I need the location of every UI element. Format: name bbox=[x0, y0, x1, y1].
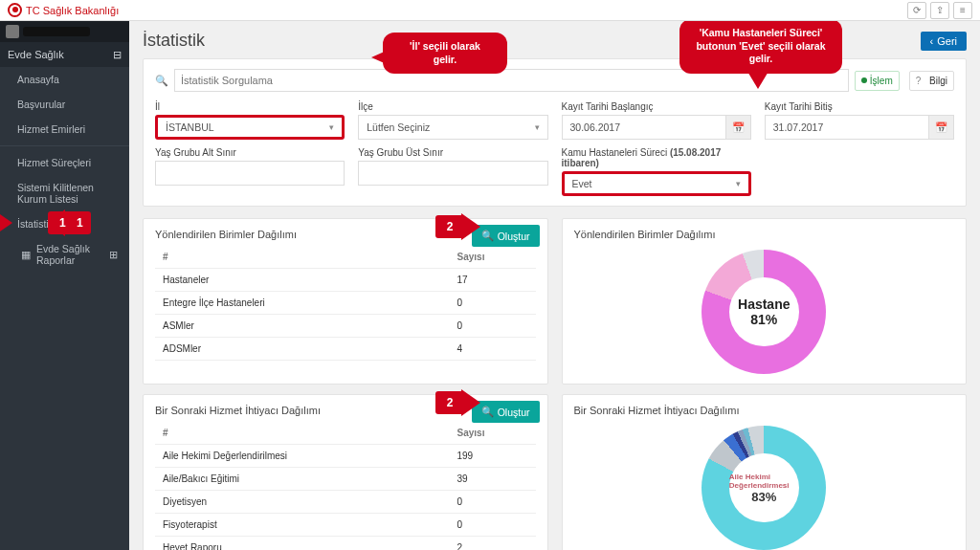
search-icon: 🔍 bbox=[481, 230, 494, 242]
label-ilce: İlçe bbox=[358, 101, 547, 112]
select-ilce[interactable]: Lütfen Seçiniz bbox=[358, 115, 547, 140]
calendar-icon: 📅 bbox=[725, 116, 750, 139]
cell: Fisyoterapist bbox=[155, 514, 450, 537]
table-row: ASMler0 bbox=[155, 315, 536, 338]
filter-panel: 'İl' seçili olarak gelir. 'Kamu Hastanel… bbox=[143, 58, 967, 207]
user-name-placeholder bbox=[23, 27, 90, 36]
cell: Heyet Raporu bbox=[155, 537, 450, 551]
table-row: Aile/Bakıcı Eğitimi39 bbox=[155, 468, 536, 491]
donut-label: Hastane bbox=[738, 297, 790, 312]
refresh-button[interactable]: ⟳ bbox=[907, 2, 926, 19]
card-bs-table: 2 Bir Sonraki Hizmet İhtiyacı Dağılımı 🔍… bbox=[143, 394, 548, 550]
cell: Diyetisyen bbox=[155, 491, 450, 514]
grid-icon: ▦ bbox=[21, 249, 31, 260]
label-yas-ust: Yaş Grubu Üst Sınır bbox=[358, 147, 547, 158]
date-baslangic[interactable]: 30.06.2017📅 bbox=[562, 115, 751, 140]
cell: Aile Hekimi Değerlendirilmesi bbox=[155, 445, 450, 468]
cell: 0 bbox=[450, 315, 536, 338]
sidebar-item-anasayfa[interactable]: Anasayfa bbox=[0, 67, 129, 92]
card-bs-chart: Bir Sonraki Hizmet İhtiyacı Dağılımı Ail… bbox=[562, 394, 968, 550]
table-row: Hastaneler17 bbox=[155, 269, 536, 292]
sidebar-item-basvurular[interactable]: Başvurular bbox=[0, 92, 129, 117]
avatar-icon bbox=[6, 25, 19, 38]
sidebar-module-label: Evde Sağlık bbox=[8, 49, 64, 60]
table-row: Entegre İlçe Hastaneleri0 bbox=[155, 292, 536, 315]
menu-button[interactable]: ≡ bbox=[953, 2, 972, 19]
col-sayisi: Sayısı bbox=[450, 246, 536, 269]
select-il[interactable]: İSTANBUL bbox=[155, 115, 345, 140]
input-yas-alt[interactable] bbox=[155, 161, 345, 186]
callout-il: 'İl' seçili olarak gelir. bbox=[383, 33, 507, 74]
sidebar-item-istatistikler[interactable]: İstatistikler 1 1 bbox=[0, 211, 129, 236]
sidebar-item-kilitlenen[interactable]: Sistemi Kilitlenen Kurum Listesi bbox=[0, 175, 129, 211]
donut-bs: Aile Hekimi Değerlendirmesi 83% bbox=[702, 426, 826, 550]
sidebar-separator bbox=[0, 145, 129, 146]
back-button[interactable]: ‹ Geri bbox=[921, 32, 967, 51]
marker-2: 2 bbox=[435, 391, 461, 414]
donut-pct: 81% bbox=[750, 312, 777, 327]
cell: 4 bbox=[450, 338, 536, 361]
card-title: Yönlendirilen Birimler Dağılımı bbox=[574, 229, 955, 240]
cell: 2 bbox=[450, 537, 536, 551]
olustur-button[interactable]: 🔍 Oluştur bbox=[472, 225, 540, 247]
tab-islem[interactable]: İşlem bbox=[855, 71, 900, 91]
sidebar-item-hizmet-surecleri[interactable]: Hizmet Süreçleri bbox=[0, 150, 129, 175]
sidebar-item-label: Evde Sağlık Raporlar bbox=[36, 243, 103, 266]
col-hash: # bbox=[155, 246, 450, 269]
back-label: Geri bbox=[937, 35, 957, 47]
col-hash: # bbox=[155, 422, 450, 445]
brand-text: TC Sağlık Bakanlığı bbox=[26, 5, 119, 16]
cell: Hastaneler bbox=[155, 269, 450, 292]
donut-pct: 83% bbox=[751, 490, 776, 504]
sidebar: Evde Sağlık ⊟ Anasayfa Başvurular Hizmet… bbox=[0, 21, 129, 550]
callout-kamu: 'Kamu Hastaneleri Süreci' butonun 'Evet'… bbox=[679, 21, 842, 74]
cell: 0 bbox=[450, 491, 536, 514]
label-kamu: Kamu Hastaneleri Süreci (15.08.2017 itib… bbox=[562, 147, 751, 168]
sidebar-item-hizmet-emirleri[interactable]: Hizmet Emirleri bbox=[0, 117, 129, 142]
label-yas-alt: Yaş Grubu Alt Sınır bbox=[155, 147, 345, 158]
card-yb-table: 2 Yönlendirilen Birimler Dağılımı 🔍 Oluş… bbox=[143, 218, 548, 385]
cell: Aile/Bakıcı Eğitimi bbox=[155, 468, 450, 491]
sidebar-item-raporlar[interactable]: ▦ Evde Sağlık Raporlar ⊞ bbox=[0, 236, 129, 273]
search-icon: 🔍 bbox=[481, 406, 494, 418]
input-yas-ust[interactable] bbox=[358, 161, 547, 186]
brand: TC Sağlık Bakanlığı bbox=[8, 3, 119, 17]
label-baslangic: Kayıt Tarihi Başlangıç bbox=[562, 101, 751, 112]
sidebar-user bbox=[0, 21, 129, 42]
expand-icon: ⊞ bbox=[109, 249, 118, 260]
bs-table: # Sayısı Aile Hekimi Değerlendirilmesi19… bbox=[155, 422, 536, 550]
table-row: Fisyoterapist0 bbox=[155, 514, 536, 537]
calendar-icon: 📅 bbox=[928, 116, 953, 139]
cell: 0 bbox=[450, 514, 536, 537]
topbar: TC Sağlık Bakanlığı ⟳ ⇪ ≡ bbox=[0, 0, 980, 21]
main: İstatistik ‹ Geri 'İl' seçili olarak gel… bbox=[129, 21, 980, 550]
chevron-left-icon: ‹ bbox=[930, 35, 934, 47]
cell: 199 bbox=[450, 445, 536, 468]
table-row: ADSMler4 bbox=[155, 338, 536, 361]
cell: ADSMler bbox=[155, 338, 450, 361]
card-yb-chart: Yönlendirilen Birimler Dağılımı Hastane … bbox=[562, 218, 968, 385]
label-bitis: Kayıt Tarihi Bitiş bbox=[765, 101, 954, 112]
table-row: Aile Hekimi Değerlendirilmesi199 bbox=[155, 445, 536, 468]
sidebar-module-head[interactable]: Evde Sağlık ⊟ bbox=[0, 42, 129, 67]
cell: ASMler bbox=[155, 315, 450, 338]
table-row: Heyet Raporu2 bbox=[155, 537, 536, 551]
export-button[interactable]: ⇪ bbox=[930, 2, 949, 19]
tab-bilgi[interactable]: ? Bilgi bbox=[909, 71, 954, 91]
collapse-icon[interactable]: ⊟ bbox=[113, 49, 122, 61]
select-kamu[interactable]: Evet bbox=[562, 171, 751, 196]
olustur-button[interactable]: 🔍 Oluştur bbox=[472, 401, 540, 423]
cell: 39 bbox=[450, 468, 536, 491]
logo-icon bbox=[8, 3, 22, 17]
yb-table: # Sayısı Hastaneler17Entegre İlçe Hastan… bbox=[155, 246, 536, 361]
donut-label: Aile Hekimi Değerlendirmesi bbox=[729, 473, 799, 490]
cell: Entegre İlçe Hastaneleri bbox=[155, 292, 450, 315]
marker-1: 1 bbox=[48, 211, 74, 234]
donut-yb: Hastane 81% bbox=[702, 250, 826, 374]
cell: 17 bbox=[450, 269, 536, 292]
table-row: Diyetisyen0 bbox=[155, 491, 536, 514]
date-bitis[interactable]: 31.07.2017📅 bbox=[765, 115, 954, 140]
marker-2: 2 bbox=[435, 215, 461, 238]
page-title: İstatistik bbox=[143, 31, 205, 51]
dot-icon bbox=[861, 77, 867, 83]
